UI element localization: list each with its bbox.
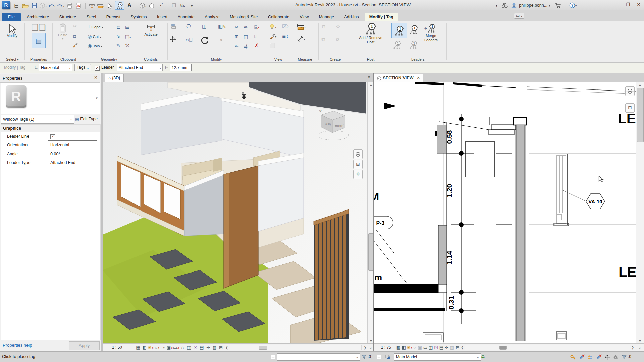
add-remove-host-button[interactable]: Add / RemoveHost <box>359 22 382 44</box>
tab-annotate[interactable]: Annotate <box>173 13 199 21</box>
delete-icon[interactable]: ✗ <box>254 42 259 49</box>
text-icon[interactable]: A <box>126 1 133 9</box>
app-store-cart-icon[interactable] <box>554 1 562 9</box>
tab-steel[interactable]: Steel <box>82 13 101 21</box>
properties-close-icon[interactable]: ✕ <box>94 75 98 80</box>
move-icon[interactable] <box>170 36 178 44</box>
resize-grip-icon[interactable]: ◢ <box>369 346 371 350</box>
thin-lines-icon[interactable]: ⋰ <box>157 1 164 9</box>
user-menu-caret-icon[interactable]: ▾ <box>549 4 550 7</box>
hscroll-thumb-section[interactable] <box>499 346 507 350</box>
user-name[interactable]: philippe.bonn... <box>519 3 547 8</box>
override-graphics-icon[interactable]: ▾ <box>269 33 276 39</box>
copy-element-icon[interactable]: ○⃝ <box>186 37 193 43</box>
tab-systems[interactable]: Systems <box>126 13 151 21</box>
rendering-dialog-icon[interactable]: ◔ <box>160 345 167 350</box>
tags-button[interactable]: Tags... <box>74 64 91 71</box>
rotate-icon[interactable] <box>201 36 209 44</box>
ui-toggle-icon[interactable]: ▤ <box>13 1 20 9</box>
apply-button[interactable]: Apply <box>69 341 100 350</box>
section-collapse-icon[interactable]: ˆ <box>97 124 98 131</box>
legend-component-icon[interactable]: ⧉ <box>321 36 325 42</box>
viewport-3d[interactable]: LEFT FRONT ↺ ⊞ ✥ <box>103 82 367 343</box>
cut-geometry-button[interactable]: ◎ Cut ▾ <box>88 34 101 39</box>
properties-header[interactable]: Properties ✕ <box>0 74 100 83</box>
export-pdf-icon[interactable] <box>75 1 82 9</box>
revit-logo-icon[interactable]: R <box>2 1 10 9</box>
print-icon[interactable] <box>66 1 73 9</box>
array-icon[interactable]: ⊞ <box>235 34 239 40</box>
minimize-button[interactable]: – <box>613 1 622 8</box>
crop-region-visibility-icon[interactable]: ▭ <box>423 345 428 350</box>
editable-only-filter-icon[interactable] <box>362 354 366 359</box>
search-icon[interactable] <box>501 1 508 9</box>
steering-wheel-button[interactable] <box>353 149 363 159</box>
temporary-hide-isolate-icon[interactable]: ◫ <box>428 345 433 350</box>
mirror-pick-icon[interactable]: ⇹ <box>244 24 248 30</box>
detail-level-icon[interactable]: ▩ <box>396 345 401 350</box>
mirror-axis-icon[interactable]: ⬄ <box>235 24 239 30</box>
modify-pointer-icon[interactable] <box>106 1 113 9</box>
default-3d-view-icon[interactable]: ▾ <box>139 1 147 9</box>
wall-joins-icon[interactable]: ⊏ <box>116 24 120 30</box>
temporary-hide-isolate-icon[interactable]: ◫ <box>186 345 192 350</box>
trim-extend-icon[interactable]: ⇥ <box>218 37 222 43</box>
visual-style-icon[interactable]: ◧ <box>141 345 148 350</box>
profile-icon[interactable]: ⬚▾ <box>125 34 131 40</box>
offset-icon[interactable]: ⎔ <box>186 23 191 29</box>
property-row-angle[interactable]: Angle 0.00° <box>1 149 98 159</box>
tab-analyze[interactable]: Analyze <box>200 13 224 21</box>
graphics-section-header[interactable]: Graphics ˆ <box>1 124 101 132</box>
active-workset-select[interactable]: ⌄ <box>277 353 360 361</box>
tab-list-caret-icon[interactable]: ▼ <box>367 75 371 79</box>
scroll-left-icon-3d[interactable]: ❮ <box>225 346 228 349</box>
section-icon[interactable] <box>148 1 155 9</box>
align-icon[interactable] <box>170 23 178 31</box>
close-button[interactable]: ✕ <box>634 1 643 8</box>
measure-length-icon[interactable]: ▾ <box>297 23 306 30</box>
scrollbar-vertical-3d[interactable]: ▲ ▼ <box>367 82 374 343</box>
activate-dimensions-button[interactable]: Activate <box>142 23 160 37</box>
tab-precast[interactable]: Precast <box>102 13 125 21</box>
sync-with-central-icon[interactable]: ▾ <box>39 1 47 9</box>
selection-filter-icon[interactable] <box>622 354 628 360</box>
settings-gear-icon[interactable] <box>613 354 621 360</box>
scroll-left-icon-section[interactable]: ❮ <box>461 346 464 349</box>
add-landing-button[interactable] <box>409 25 418 35</box>
scale-button-3d[interactable]: 1 : 50 <box>112 345 122 350</box>
demolish-icon[interactable]: ⚒ <box>125 42 129 48</box>
show-constraints-icon[interactable]: ✛ <box>205 345 211 350</box>
crop-view-icon[interactable]: ▣✗ <box>167 345 173 350</box>
detail-level-icon[interactable]: ▦ <box>135 345 141 350</box>
pin-icon[interactable]: ⍇ <box>254 34 257 40</box>
steering-wheel-button-section[interactable] <box>625 86 635 96</box>
tab-collaborate[interactable]: Collaborate <box>264 13 294 21</box>
user-avatar-icon[interactable] <box>510 1 518 9</box>
worksets-icon[interactable] <box>270 354 276 360</box>
create-group-icon[interactable]: ⧈ <box>322 23 325 29</box>
redo-icon[interactable]: ▾ <box>57 1 64 9</box>
switch-windows-icon[interactable]: ⧉▾ <box>179 1 186 9</box>
add-leader-button[interactable] <box>391 23 407 38</box>
shadows-icon[interactable]: ○ <box>412 345 417 350</box>
cut-icon[interactable]: ✂ <box>73 23 77 29</box>
tab-structure[interactable]: Structure <box>55 13 81 21</box>
exclude-options-icon[interactable]: ♺ <box>481 354 485 359</box>
type-selector[interactable]: Window Tags (1) ⌄ <box>1 115 74 124</box>
measure-icon[interactable]: ▾ <box>97 1 105 9</box>
tab-3d-view[interactable]: ⌂ {3D} <box>105 74 124 82</box>
split-element-icon[interactable]: ◫ <box>202 23 207 29</box>
trim-corner-icon[interactable]: ⇤ <box>235 43 239 49</box>
pan-button[interactable]: ✥ <box>353 170 363 179</box>
beam-join-icon[interactable]: ⬓ <box>125 24 129 30</box>
show-constraints-icon[interactable]: ✛ <box>444 345 449 350</box>
open-icon[interactable] <box>21 1 29 9</box>
crop-view-icon[interactable]: ▣ <box>417 345 423 350</box>
aligned-dimension-icon[interactable] <box>88 1 96 9</box>
modify-button[interactable]: Modify <box>3 23 21 38</box>
leader-checkbox[interactable]: ✓ <box>95 65 100 71</box>
viewport-section[interactable]: 0.58 1.20 1.14 0.31 VA-10 <box>374 82 636 343</box>
tag-by-category-icon[interactable] <box>115 1 124 10</box>
camera-icon[interactable]: ⌦ <box>282 23 289 29</box>
tab-insert[interactable]: Insert <box>153 13 172 21</box>
